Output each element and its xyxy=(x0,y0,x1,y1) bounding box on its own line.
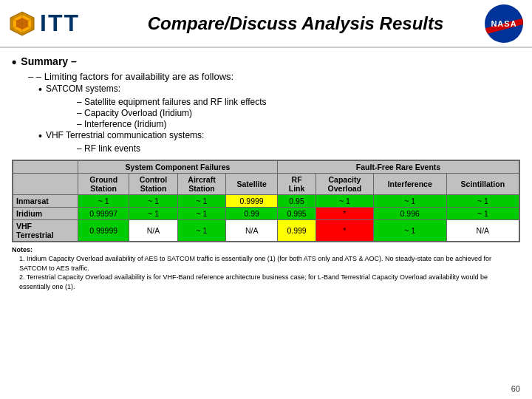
nasa-logo: NASA xyxy=(479,4,523,43)
notes-title: Notes: xyxy=(12,246,33,253)
row-label-0: Inmarsat xyxy=(13,194,78,207)
col-header-capacity: CapacityOverload xyxy=(316,173,374,194)
table-cell-0-7: ~ 1 xyxy=(446,194,519,207)
nasa-circle-icon: NASA xyxy=(485,4,523,43)
page-title: Compare/Discuss Analysis Results xyxy=(112,13,479,34)
table-cell-2-2: ~ 1 xyxy=(177,219,225,241)
table-cell-1-0: 0.99997 xyxy=(78,207,129,219)
summary-main-bullet: Summary – xyxy=(12,55,520,69)
row-label-2: VHFTerrestrial xyxy=(13,219,78,241)
notes-section: Notes: 1. Iridium Capacity Overload avai… xyxy=(12,245,520,292)
limiting-factors-dash: – Limiting factors for availability are … xyxy=(28,71,520,82)
table-cell-0-2: ~ 1 xyxy=(177,194,225,207)
analysis-table-container: System Component Failures Fault-Free Rar… xyxy=(12,160,520,242)
table-cell-1-2: ~ 1 xyxy=(177,207,225,219)
satcom-dash-2: Capacity Overload (Iridium) xyxy=(77,108,520,118)
table-col-header-row: GroundStation ControlStation AircraftSta… xyxy=(13,173,519,194)
table-cell-2-5: * xyxy=(316,219,374,241)
table-cell-2-6: ~ 1 xyxy=(373,219,446,241)
satcom-bullet: SATCOM systems: xyxy=(38,83,520,96)
table-cell-0-4: 0.95 xyxy=(278,194,316,207)
table-section-header-row: System Component Failures Fault-Free Rar… xyxy=(13,160,519,173)
col-header-control: ControlStation xyxy=(129,173,177,194)
nasa-text: NASA xyxy=(491,19,516,28)
col-header-aircraft: AircraftStation xyxy=(177,173,225,194)
table-row: VHFTerrestrial0.99999N/A~ 1N/A0.999*~ 1N… xyxy=(13,219,519,241)
table-cell-0-3: 0.9999 xyxy=(226,194,278,207)
row-label-1: Iridium xyxy=(13,207,78,219)
table-cell-2-3: N/A xyxy=(226,219,278,241)
table-cell-2-7: N/A xyxy=(446,219,519,241)
summary-section: Summary – – Limiting factors for availab… xyxy=(12,55,520,154)
itt-diamond-icon xyxy=(9,10,35,37)
table-cell-0-0: ~ 1 xyxy=(78,194,129,207)
sub-bullets: SATCOM systems: Satellite equipment fail… xyxy=(38,83,520,154)
vhf-bullet: VHF Terrestrial communication systems: xyxy=(38,130,520,143)
system-component-failures-header: System Component Failures xyxy=(78,160,277,173)
logo-area: ITT xyxy=(9,10,112,37)
analysis-table: System Component Failures Fault-Free Rar… xyxy=(13,160,519,242)
col-header-scintillation: Scintillation xyxy=(446,173,519,194)
satcom-dash-1: Satellite equipment failures and RF link… xyxy=(77,97,520,107)
fault-free-rare-events-header: Fault-Free Rare Events xyxy=(278,160,519,173)
page-number: 60 xyxy=(511,384,520,393)
table-cell-1-4: 0.995 xyxy=(278,207,316,219)
col-header-rf: RFLink xyxy=(278,173,316,194)
note-item-1: 1. Iridium Capacity Overload availabilit… xyxy=(19,254,520,273)
col-header-0 xyxy=(13,173,78,194)
note-item-2: 2. Terrestrial Capacity Overload availab… xyxy=(19,273,520,291)
table-row: Inmarsat~ 1~ 1~ 10.99990.95~ 1~ 1~ 1 xyxy=(13,194,519,207)
main-content: Summary – – Limiting factors for availab… xyxy=(0,48,532,296)
table-cell-1-5: * xyxy=(316,207,374,219)
col-header-satellite: Satellite xyxy=(226,173,278,194)
table-cell-0-1: ~ 1 xyxy=(129,194,177,207)
page-header: ITT Compare/Discuss Analysis Results NAS… xyxy=(0,0,532,48)
table-cell-2-1: N/A xyxy=(129,219,177,241)
table-cell-2-0: 0.99999 xyxy=(78,219,129,241)
table-cell-1-3: 0.99 xyxy=(226,207,278,219)
satcom-dash-3: Interference (Iridium) xyxy=(77,119,520,129)
table-cell-1-1: ~ 1 xyxy=(129,207,177,219)
vhf-dash: RF link events xyxy=(77,143,520,154)
table-cell-1-7: ~ 1 xyxy=(446,207,519,219)
table-row: Iridium0.99997~ 1~ 10.990.995*0.996~ 1 xyxy=(13,207,519,219)
col-header-ground: GroundStation xyxy=(78,173,129,194)
itt-logo-text: ITT xyxy=(40,10,80,37)
table-cell-0-6: ~ 1 xyxy=(373,194,446,207)
table-cell-2-4: 0.999 xyxy=(278,219,316,241)
table-cell-1-6: 0.996 xyxy=(373,207,446,219)
col-header-interference: Interference xyxy=(373,173,446,194)
table-cell-0-5: ~ 1 xyxy=(316,194,374,207)
